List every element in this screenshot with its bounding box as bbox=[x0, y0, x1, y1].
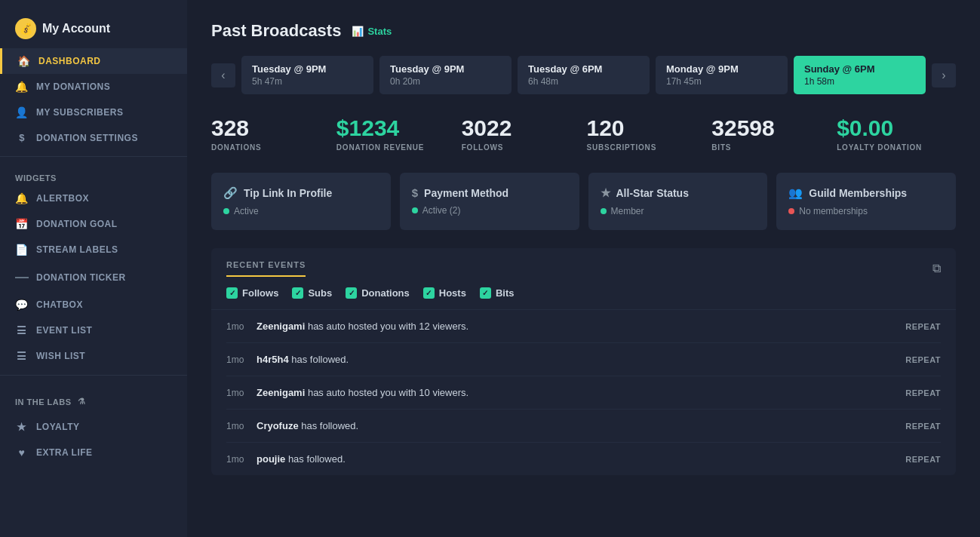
event-time-1: 1mo bbox=[226, 354, 257, 365]
sidebar-item-donation-goal[interactable]: 📅 Donation Goal bbox=[0, 211, 187, 237]
sidebar-item-my-donations[interactable]: 🔔 My Donations bbox=[0, 74, 187, 100]
broadcast-card-0[interactable]: Tuesday @ 9PM 5h 47m bbox=[241, 56, 373, 94]
stat-loyalty-donation-label: Loyalty Donation bbox=[837, 143, 922, 152]
sidebar-item-extra-life-label: Extra Life bbox=[36, 447, 93, 458]
widget-card-all-star-status[interactable]: ★ All-Star Status Member bbox=[588, 173, 768, 230]
sidebar-item-loyalty[interactable]: ★ Loyalty bbox=[0, 414, 187, 440]
broadcast-card-3[interactable]: Monday @ 9PM 17h 45m bbox=[656, 56, 788, 94]
event-time-0: 1mo bbox=[226, 321, 257, 332]
filter-follows[interactable]: ✓ Follows bbox=[226, 287, 278, 299]
subs-check-icon: ✓ bbox=[295, 289, 301, 297]
sidebar-item-donation-ticker-label: Donation Ticker bbox=[36, 272, 126, 283]
widget-card-tip-link[interactable]: 🔗 Tip Link In Profile Active bbox=[211, 173, 391, 230]
widget-card-guild-memberships-label: Guild Memberships bbox=[809, 187, 907, 199]
filter-bits[interactable]: ✓ Bits bbox=[480, 287, 515, 299]
guild-memberships-status-dot bbox=[788, 208, 794, 214]
hosts-check-icon: ✓ bbox=[425, 289, 432, 297]
event-action-4[interactable]: REPEAT bbox=[905, 455, 941, 464]
sidebar-item-dashboard-label: Dashboard bbox=[38, 56, 101, 66]
donations-check-icon: ✓ bbox=[349, 289, 355, 297]
account-name: My Account bbox=[42, 22, 110, 35]
stat-loyalty-donation: $0.00 Loyalty Donation bbox=[831, 115, 956, 152]
widget-card-payment-method-label: Payment Method bbox=[424, 187, 508, 199]
filter-subs-checkbox[interactable]: ✓ bbox=[292, 287, 303, 299]
all-star-icon: ★ bbox=[601, 186, 610, 200]
labs-section: In The Labs ⚗ ★ Loyalty ♥ Extra Life bbox=[0, 382, 187, 470]
event-time-4: 1mo bbox=[226, 454, 257, 465]
sidebar: 💰 My Account 🏠 Dashboard 🔔 My Donations … bbox=[0, 0, 187, 537]
sidebar-item-wish-list-label: Wish List bbox=[36, 351, 85, 361]
widget-card-payment-method[interactable]: $ Payment Method Active (2) bbox=[400, 173, 579, 230]
labs-flask-icon: ⚗ bbox=[78, 397, 86, 407]
carousel-next-button[interactable]: › bbox=[932, 63, 956, 87]
stat-bits: 32598 Bits bbox=[705, 115, 831, 152]
event-text-2: Zeenigami has auto hosted you with 10 vi… bbox=[257, 387, 905, 398]
all-star-status-text: Member bbox=[611, 206, 644, 216]
copy-icon[interactable]: ⧉ bbox=[932, 262, 941, 275]
guild-memberships-status-text: No memberships bbox=[799, 206, 868, 216]
carousel-prev-button[interactable]: ‹ bbox=[211, 63, 235, 87]
widget-card-tip-link-label: Tip Link In Profile bbox=[244, 187, 332, 199]
stat-donation-revenue: $1234 Donation Revenue bbox=[330, 115, 456, 152]
stat-subscriptions: 120 Subscriptions bbox=[580, 115, 705, 152]
broadcast-card-4[interactable]: Sunday @ 6PM 1h 58m bbox=[794, 56, 926, 94]
sidebar-item-my-subscribers[interactable]: 👤 My Subscribers bbox=[0, 100, 187, 125]
sidebar-item-alertbox[interactable]: 🔔 Alertbox bbox=[0, 186, 187, 211]
event-action-2[interactable]: REPEAT bbox=[905, 388, 941, 397]
event-actor-1: h4r5h4 bbox=[257, 354, 289, 365]
broadcast-card-1[interactable]: Tuesday @ 9PM 0h 20m bbox=[379, 56, 512, 94]
sidebar-item-stream-labels[interactable]: 📄 Stream Labels bbox=[0, 237, 187, 262]
recent-events-header: Recent Events ⧉ bbox=[211, 248, 956, 277]
stream-labels-icon: 📄 bbox=[15, 244, 29, 256]
sidebar-item-wish-list[interactable]: ☰ Wish List bbox=[0, 343, 187, 369]
filter-follows-label: Follows bbox=[242, 287, 278, 299]
stat-follows-value: 3022 bbox=[462, 115, 512, 140]
stat-donations: 328 Donations bbox=[211, 115, 330, 152]
sidebar-item-donation-settings[interactable]: $ Donation Settings bbox=[0, 125, 187, 150]
stat-donations-value: 328 bbox=[211, 115, 249, 140]
widget-card-guild-memberships[interactable]: 👥 Guild Memberships No memberships bbox=[776, 173, 956, 230]
event-action-3[interactable]: REPEAT bbox=[905, 422, 941, 431]
alertbox-icon: 🔔 bbox=[15, 192, 29, 204]
event-actor-0: Zeenigami bbox=[257, 321, 305, 332]
stats-link[interactable]: 📊 Stats bbox=[352, 26, 392, 37]
events-filters: ✓ Follows ✓ Subs ✓ Donations ✓ Ho bbox=[211, 277, 956, 310]
sidebar-item-donation-ticker[interactable]: — Donation Ticker bbox=[0, 262, 187, 292]
filter-bits-checkbox[interactable]: ✓ bbox=[480, 287, 491, 299]
widget-card-tip-link-title: 🔗 Tip Link In Profile bbox=[223, 186, 379, 200]
event-text-3: Cryofuze has followed. bbox=[257, 420, 905, 431]
stat-loyalty-donation-value: $0.00 bbox=[837, 115, 893, 140]
filter-donations[interactable]: ✓ Donations bbox=[346, 287, 410, 299]
sidebar-item-my-subscribers-label: My Subscribers bbox=[36, 107, 123, 118]
broadcast-card-2[interactable]: Tuesday @ 6PM 6h 48m bbox=[518, 56, 650, 94]
filter-hosts[interactable]: ✓ Hosts bbox=[423, 287, 466, 299]
wish-list-icon: ☰ bbox=[15, 350, 29, 362]
event-action-1[interactable]: REPEAT bbox=[905, 355, 941, 364]
widget-card-tip-link-status: Active bbox=[223, 206, 379, 216]
sidebar-item-event-list[interactable]: ☰ Event List bbox=[0, 318, 187, 343]
sidebar-item-extra-life[interactable]: ♥ Extra Life bbox=[0, 440, 187, 465]
stat-bits-value: 32598 bbox=[711, 115, 774, 140]
sidebar-item-dashboard[interactable]: 🏠 Dashboard bbox=[0, 48, 187, 74]
sidebar-item-chatbox[interactable]: 💬 Chatbox bbox=[0, 292, 187, 318]
stat-donation-revenue-label: Donation Revenue bbox=[336, 143, 425, 152]
filter-donations-checkbox[interactable]: ✓ bbox=[346, 287, 357, 299]
payment-method-icon: $ bbox=[412, 186, 418, 199]
event-actor-4: poujie bbox=[257, 453, 285, 465]
chatbox-icon: 💬 bbox=[15, 299, 29, 311]
filter-hosts-checkbox[interactable]: ✓ bbox=[423, 287, 435, 299]
filter-subs[interactable]: ✓ Subs bbox=[292, 287, 332, 299]
broadcast-day-4: Sunday @ 6PM bbox=[804, 63, 915, 75]
recent-events-title: Recent Events bbox=[226, 260, 306, 277]
widget-card-all-star-label: All-Star Status bbox=[616, 187, 689, 199]
sidebar-item-donation-goal-label: Donation Goal bbox=[36, 219, 118, 229]
event-list-icon: ☰ bbox=[15, 324, 29, 336]
broadcast-dur-0: 5h 47m bbox=[252, 76, 363, 87]
widget-card-all-star-title: ★ All-Star Status bbox=[601, 186, 756, 200]
donation-ticker-icon: — bbox=[15, 269, 29, 285]
event-action-0[interactable]: REPEAT bbox=[905, 322, 941, 331]
event-text-4: poujie has followed. bbox=[257, 453, 905, 465]
event-time-2: 1mo bbox=[226, 388, 257, 398]
sidebar-item-my-donations-label: My Donations bbox=[36, 81, 110, 92]
filter-follows-checkbox[interactable]: ✓ bbox=[226, 287, 238, 299]
